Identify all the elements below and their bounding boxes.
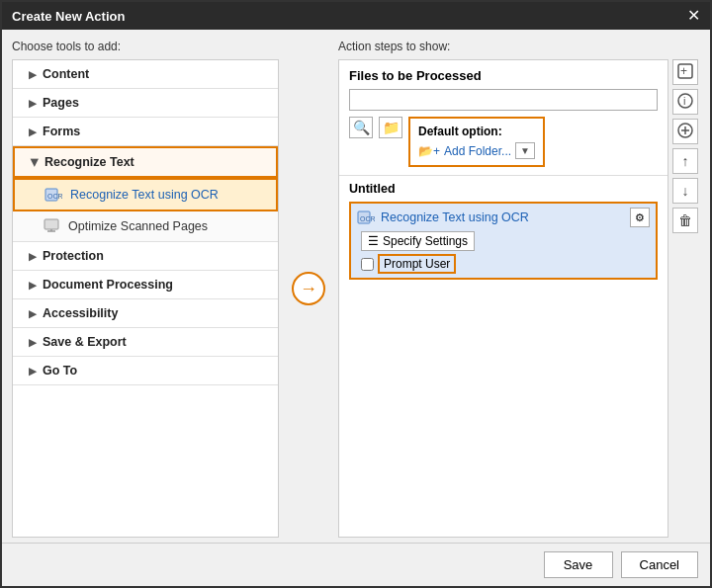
- tool-group-label-content: Content: [43, 67, 89, 81]
- left-panel-label: Choose tools to add:: [12, 40, 279, 53]
- ocr-item-settings-icon-btn[interactable]: ⚙: [630, 208, 650, 227]
- tool-group-label-protection: Protection: [43, 249, 104, 263]
- default-option-box: Default option: 📂+ Add Folder... ▼: [408, 117, 545, 167]
- specify-settings-button[interactable]: ☰ Specify Settings: [361, 231, 475, 251]
- prompt-user-label: Prompt User: [378, 254, 456, 274]
- tool-group-accessibility: ▶ Accessibility: [13, 299, 278, 328]
- sidebar-move-up-button[interactable]: ↑: [672, 148, 698, 174]
- middle-panel: →: [289, 40, 328, 538]
- sidebar-delete-button[interactable]: 🗑: [672, 208, 698, 233]
- search-icon: 🔍: [353, 120, 370, 135]
- right-panel: Action steps to show: Files to be Proces…: [338, 40, 700, 538]
- info-icon: i: [677, 93, 693, 112]
- svg-text:OCR: OCR: [47, 193, 62, 200]
- sidebar-add-info-button[interactable]: i: [672, 89, 698, 115]
- untitled-header: Untitled: [349, 182, 658, 196]
- dropdown-arrow-button[interactable]: ▼: [515, 142, 535, 159]
- tool-group-save-export: ▶ Save & Export: [13, 328, 278, 357]
- tool-group-label-pages: Pages: [43, 96, 79, 110]
- tool-group-header-recognize-text[interactable]: ▶ Recognize Text: [13, 146, 278, 178]
- files-text-input[interactable]: [349, 89, 658, 111]
- arrow-icon-recognize-text: ▶: [30, 158, 41, 166]
- close-button[interactable]: ✕: [687, 8, 700, 24]
- tool-item-optimize[interactable]: Optimize Scanned Pages: [13, 211, 278, 241]
- action-steps-content: Files to be Processed 🔍 📁: [338, 59, 668, 538]
- arrow-icon-pages: ▶: [29, 98, 37, 109]
- folder-icon: 📁: [383, 120, 400, 135]
- files-search-button[interactable]: 🔍: [349, 117, 373, 138]
- tool-group-recognize-text: ▶ Recognize Text OCR Recognize Text usin…: [13, 146, 278, 242]
- arrow-icon-save-export: ▶: [29, 337, 37, 348]
- left-panel: Choose tools to add: ▶ Content ▶ Pages: [12, 40, 279, 538]
- add-tool-icon: +: [677, 63, 693, 82]
- tool-group-header-forms[interactable]: ▶ Forms: [13, 118, 278, 145]
- dialog-footer: Save Cancel: [2, 543, 710, 586]
- ocr-icon: OCR: [44, 186, 62, 204]
- move-up-icon: ↑: [682, 153, 689, 169]
- tool-group-label-recognize-text: Recognize Text: [44, 155, 134, 169]
- tool-group-header-accessibility[interactable]: ▶ Accessibility: [13, 299, 278, 327]
- tool-item-ocr[interactable]: OCR Recognize Text using OCR: [13, 178, 278, 211]
- tool-group-pages: ▶ Pages: [13, 89, 278, 118]
- files-section: Files to be Processed 🔍 📁: [339, 60, 668, 176]
- files-section-header: Files to be Processed: [349, 68, 658, 83]
- tool-group-header-pages[interactable]: ▶ Pages: [13, 89, 278, 117]
- tool-item-label-ocr: Recognize Text using OCR: [70, 188, 219, 202]
- files-folder-button[interactable]: 📁: [379, 117, 402, 138]
- tool-group-content: ▶ Content: [13, 60, 278, 89]
- tools-list: ▶ Content ▶ Pages ▶: [12, 59, 279, 538]
- tool-group-label-doc-processing: Document Processing: [43, 278, 173, 292]
- cancel-button[interactable]: Cancel: [621, 551, 698, 578]
- add-arrow-icon: →: [300, 279, 317, 299]
- sidebar-move-down-button[interactable]: ↓: [672, 178, 698, 204]
- tool-group-label-save-export: Save & Export: [43, 335, 127, 349]
- add-circle-icon: [677, 123, 693, 141]
- save-button[interactable]: Save: [544, 551, 613, 578]
- arrow-icon-doc-processing: ▶: [29, 280, 37, 291]
- tool-group-label-forms: Forms: [43, 125, 80, 138]
- dialog-title: Create New Action: [12, 9, 125, 24]
- sidebar-add-circle-button[interactable]: [672, 119, 698, 144]
- right-sidebar-buttons: + i: [672, 59, 700, 538]
- svg-text:+: +: [680, 64, 687, 78]
- tool-group-forms: ▶ Forms: [13, 118, 278, 146]
- tool-group-header-content[interactable]: ▶ Content: [13, 60, 278, 88]
- add-folder-plus-icon: 📂+: [418, 144, 440, 158]
- ocr-item-icon: OCR: [357, 209, 375, 226]
- tool-group-label-accessibility: Accessibility: [43, 306, 118, 320]
- ocr-item-box: OCR Recognize Text using OCR ⚙ ☰ Specify…: [349, 202, 658, 280]
- optimize-icon: [43, 217, 60, 235]
- svg-text:i: i: [683, 95, 685, 107]
- prompt-user-checkbox[interactable]: [361, 258, 374, 271]
- untitled-section: Untitled OCR Recognize Text using OCR ⚙: [339, 176, 668, 286]
- add-folder-button[interactable]: 📂+ Add Folder...: [418, 144, 511, 158]
- specify-settings-label: Specify Settings: [383, 234, 468, 248]
- arrow-icon-go-to: ▶: [29, 366, 37, 377]
- files-controls-row: 🔍 📁 Default option: 📂+: [349, 117, 658, 167]
- tool-group-header-doc-processing[interactable]: ▶ Document Processing: [13, 271, 278, 298]
- arrow-icon-protection: ▶: [29, 251, 37, 262]
- add-folder-label: Add Folder...: [444, 144, 511, 158]
- svg-text:OCR: OCR: [360, 215, 375, 222]
- add-to-action-button[interactable]: →: [292, 272, 325, 305]
- dialog-content: Choose tools to add: ▶ Content ▶ Pages: [2, 30, 710, 586]
- ocr-settings-row: ☰ Specify Settings: [357, 231, 650, 251]
- tool-group-header-protection[interactable]: ▶ Protection: [13, 242, 278, 270]
- tool-group-go-to: ▶ Go To: [13, 357, 278, 385]
- svg-rect-2: [44, 219, 58, 229]
- main-area: Choose tools to add: ▶ Content ▶ Pages: [2, 30, 710, 543]
- delete-icon: 🗑: [678, 212, 692, 228]
- create-action-dialog: Create New Action ✕ Choose tools to add:…: [0, 0, 712, 588]
- sidebar-add-tool-button[interactable]: +: [672, 59, 698, 85]
- tool-group-doc-processing: ▶ Document Processing: [13, 271, 278, 299]
- specify-settings-icon: ☰: [368, 234, 379, 248]
- add-folder-row: 📂+ Add Folder... ▼: [418, 142, 535, 159]
- title-bar: Create New Action ✕: [2, 2, 710, 30]
- arrow-icon-accessibility: ▶: [29, 308, 37, 319]
- action-steps-area: Files to be Processed 🔍 📁: [338, 59, 700, 538]
- tool-group-header-save-export[interactable]: ▶ Save & Export: [13, 328, 278, 356]
- tool-group-header-go-to[interactable]: ▶ Go To: [13, 357, 278, 384]
- ocr-item-label: Recognize Text using OCR: [381, 210, 624, 224]
- default-option-label: Default option:: [418, 125, 535, 138]
- ocr-item-header: OCR Recognize Text using OCR ⚙: [357, 208, 650, 227]
